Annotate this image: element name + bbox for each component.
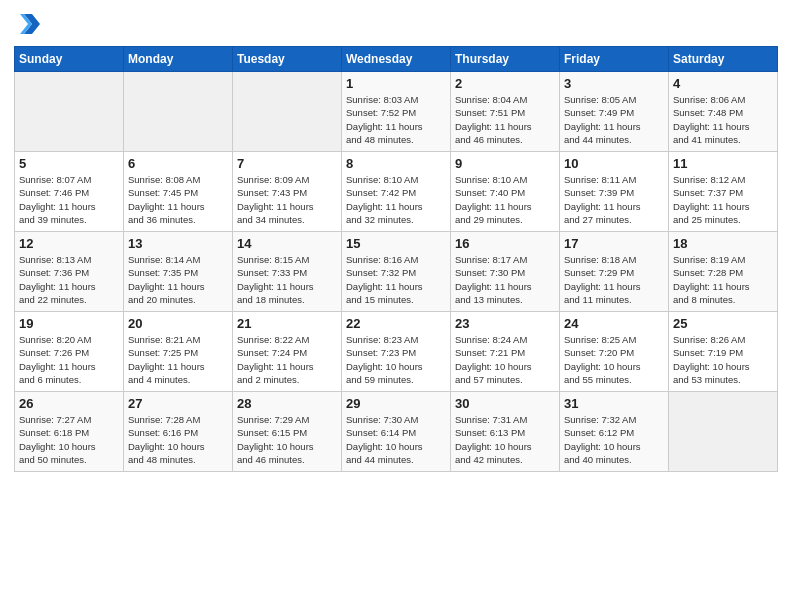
day-number: 12 <box>19 236 119 251</box>
day-number: 15 <box>346 236 446 251</box>
day-number: 6 <box>128 156 228 171</box>
week-row-1: 1Sunrise: 8:03 AM Sunset: 7:52 PM Daylig… <box>15 72 778 152</box>
day-info: Sunrise: 8:19 AM Sunset: 7:28 PM Dayligh… <box>673 253 773 306</box>
column-header-friday: Friday <box>560 47 669 72</box>
day-info: Sunrise: 8:09 AM Sunset: 7:43 PM Dayligh… <box>237 173 337 226</box>
header <box>14 10 778 38</box>
day-number: 26 <box>19 396 119 411</box>
day-info: Sunrise: 8:07 AM Sunset: 7:46 PM Dayligh… <box>19 173 119 226</box>
calendar-header-row: SundayMondayTuesdayWednesdayThursdayFrid… <box>15 47 778 72</box>
day-number: 9 <box>455 156 555 171</box>
day-number: 29 <box>346 396 446 411</box>
day-info: Sunrise: 7:30 AM Sunset: 6:14 PM Dayligh… <box>346 413 446 466</box>
day-info: Sunrise: 8:24 AM Sunset: 7:21 PM Dayligh… <box>455 333 555 386</box>
calendar-cell: 21Sunrise: 8:22 AM Sunset: 7:24 PM Dayli… <box>233 312 342 392</box>
calendar-cell: 20Sunrise: 8:21 AM Sunset: 7:25 PM Dayli… <box>124 312 233 392</box>
day-number: 5 <box>19 156 119 171</box>
day-info: Sunrise: 7:29 AM Sunset: 6:15 PM Dayligh… <box>237 413 337 466</box>
calendar-cell: 18Sunrise: 8:19 AM Sunset: 7:28 PM Dayli… <box>669 232 778 312</box>
day-number: 19 <box>19 316 119 331</box>
column-header-tuesday: Tuesday <box>233 47 342 72</box>
day-number: 1 <box>346 76 446 91</box>
day-info: Sunrise: 8:15 AM Sunset: 7:33 PM Dayligh… <box>237 253 337 306</box>
day-number: 28 <box>237 396 337 411</box>
calendar-cell: 5Sunrise: 8:07 AM Sunset: 7:46 PM Daylig… <box>15 152 124 232</box>
calendar-cell: 3Sunrise: 8:05 AM Sunset: 7:49 PM Daylig… <box>560 72 669 152</box>
calendar-cell: 30Sunrise: 7:31 AM Sunset: 6:13 PM Dayli… <box>451 392 560 472</box>
day-info: Sunrise: 8:06 AM Sunset: 7:48 PM Dayligh… <box>673 93 773 146</box>
logo-icon <box>14 10 42 38</box>
week-row-4: 19Sunrise: 8:20 AM Sunset: 7:26 PM Dayli… <box>15 312 778 392</box>
day-info: Sunrise: 7:27 AM Sunset: 6:18 PM Dayligh… <box>19 413 119 466</box>
calendar-cell: 15Sunrise: 8:16 AM Sunset: 7:32 PM Dayli… <box>342 232 451 312</box>
week-row-3: 12Sunrise: 8:13 AM Sunset: 7:36 PM Dayli… <box>15 232 778 312</box>
day-info: Sunrise: 8:17 AM Sunset: 7:30 PM Dayligh… <box>455 253 555 306</box>
day-info: Sunrise: 8:10 AM Sunset: 7:42 PM Dayligh… <box>346 173 446 226</box>
day-info: Sunrise: 8:03 AM Sunset: 7:52 PM Dayligh… <box>346 93 446 146</box>
calendar-cell: 7Sunrise: 8:09 AM Sunset: 7:43 PM Daylig… <box>233 152 342 232</box>
day-info: Sunrise: 8:12 AM Sunset: 7:37 PM Dayligh… <box>673 173 773 226</box>
calendar-cell: 24Sunrise: 8:25 AM Sunset: 7:20 PM Dayli… <box>560 312 669 392</box>
calendar-cell: 6Sunrise: 8:08 AM Sunset: 7:45 PM Daylig… <box>124 152 233 232</box>
day-info: Sunrise: 8:11 AM Sunset: 7:39 PM Dayligh… <box>564 173 664 226</box>
day-info: Sunrise: 8:05 AM Sunset: 7:49 PM Dayligh… <box>564 93 664 146</box>
day-number: 18 <box>673 236 773 251</box>
day-number: 24 <box>564 316 664 331</box>
day-info: Sunrise: 8:22 AM Sunset: 7:24 PM Dayligh… <box>237 333 337 386</box>
day-info: Sunrise: 8:10 AM Sunset: 7:40 PM Dayligh… <box>455 173 555 226</box>
calendar-cell: 29Sunrise: 7:30 AM Sunset: 6:14 PM Dayli… <box>342 392 451 472</box>
logo <box>14 10 46 38</box>
day-info: Sunrise: 8:16 AM Sunset: 7:32 PM Dayligh… <box>346 253 446 306</box>
day-number: 16 <box>455 236 555 251</box>
column-header-saturday: Saturday <box>669 47 778 72</box>
calendar-cell <box>124 72 233 152</box>
calendar-body: 1Sunrise: 8:03 AM Sunset: 7:52 PM Daylig… <box>15 72 778 472</box>
calendar-cell: 4Sunrise: 8:06 AM Sunset: 7:48 PM Daylig… <box>669 72 778 152</box>
calendar-cell: 26Sunrise: 7:27 AM Sunset: 6:18 PM Dayli… <box>15 392 124 472</box>
calendar-cell: 9Sunrise: 8:10 AM Sunset: 7:40 PM Daylig… <box>451 152 560 232</box>
calendar-cell: 27Sunrise: 7:28 AM Sunset: 6:16 PM Dayli… <box>124 392 233 472</box>
calendar-cell: 16Sunrise: 8:17 AM Sunset: 7:30 PM Dayli… <box>451 232 560 312</box>
calendar-table: SundayMondayTuesdayWednesdayThursdayFrid… <box>14 46 778 472</box>
calendar-cell: 8Sunrise: 8:10 AM Sunset: 7:42 PM Daylig… <box>342 152 451 232</box>
calendar-cell: 22Sunrise: 8:23 AM Sunset: 7:23 PM Dayli… <box>342 312 451 392</box>
day-info: Sunrise: 8:13 AM Sunset: 7:36 PM Dayligh… <box>19 253 119 306</box>
calendar-cell: 23Sunrise: 8:24 AM Sunset: 7:21 PM Dayli… <box>451 312 560 392</box>
calendar-cell: 12Sunrise: 8:13 AM Sunset: 7:36 PM Dayli… <box>15 232 124 312</box>
column-header-monday: Monday <box>124 47 233 72</box>
day-number: 20 <box>128 316 228 331</box>
day-number: 22 <box>346 316 446 331</box>
day-info: Sunrise: 8:21 AM Sunset: 7:25 PM Dayligh… <box>128 333 228 386</box>
day-info: Sunrise: 8:18 AM Sunset: 7:29 PM Dayligh… <box>564 253 664 306</box>
day-number: 8 <box>346 156 446 171</box>
week-row-5: 26Sunrise: 7:27 AM Sunset: 6:18 PM Dayli… <box>15 392 778 472</box>
day-info: Sunrise: 8:20 AM Sunset: 7:26 PM Dayligh… <box>19 333 119 386</box>
day-info: Sunrise: 8:25 AM Sunset: 7:20 PM Dayligh… <box>564 333 664 386</box>
day-number: 30 <box>455 396 555 411</box>
week-row-2: 5Sunrise: 8:07 AM Sunset: 7:46 PM Daylig… <box>15 152 778 232</box>
calendar-cell <box>233 72 342 152</box>
calendar-cell: 11Sunrise: 8:12 AM Sunset: 7:37 PM Dayli… <box>669 152 778 232</box>
day-number: 4 <box>673 76 773 91</box>
column-header-thursday: Thursday <box>451 47 560 72</box>
calendar-cell: 2Sunrise: 8:04 AM Sunset: 7:51 PM Daylig… <box>451 72 560 152</box>
day-number: 23 <box>455 316 555 331</box>
day-number: 31 <box>564 396 664 411</box>
day-number: 3 <box>564 76 664 91</box>
calendar-cell <box>669 392 778 472</box>
day-number: 27 <box>128 396 228 411</box>
day-info: Sunrise: 8:26 AM Sunset: 7:19 PM Dayligh… <box>673 333 773 386</box>
calendar-cell: 17Sunrise: 8:18 AM Sunset: 7:29 PM Dayli… <box>560 232 669 312</box>
column-header-sunday: Sunday <box>15 47 124 72</box>
day-number: 10 <box>564 156 664 171</box>
calendar-cell <box>15 72 124 152</box>
column-header-wednesday: Wednesday <box>342 47 451 72</box>
day-info: Sunrise: 8:08 AM Sunset: 7:45 PM Dayligh… <box>128 173 228 226</box>
day-info: Sunrise: 8:14 AM Sunset: 7:35 PM Dayligh… <box>128 253 228 306</box>
day-info: Sunrise: 8:23 AM Sunset: 7:23 PM Dayligh… <box>346 333 446 386</box>
day-number: 2 <box>455 76 555 91</box>
day-number: 14 <box>237 236 337 251</box>
day-number: 17 <box>564 236 664 251</box>
calendar-page: SundayMondayTuesdayWednesdayThursdayFrid… <box>0 0 792 612</box>
calendar-cell: 14Sunrise: 8:15 AM Sunset: 7:33 PM Dayli… <box>233 232 342 312</box>
